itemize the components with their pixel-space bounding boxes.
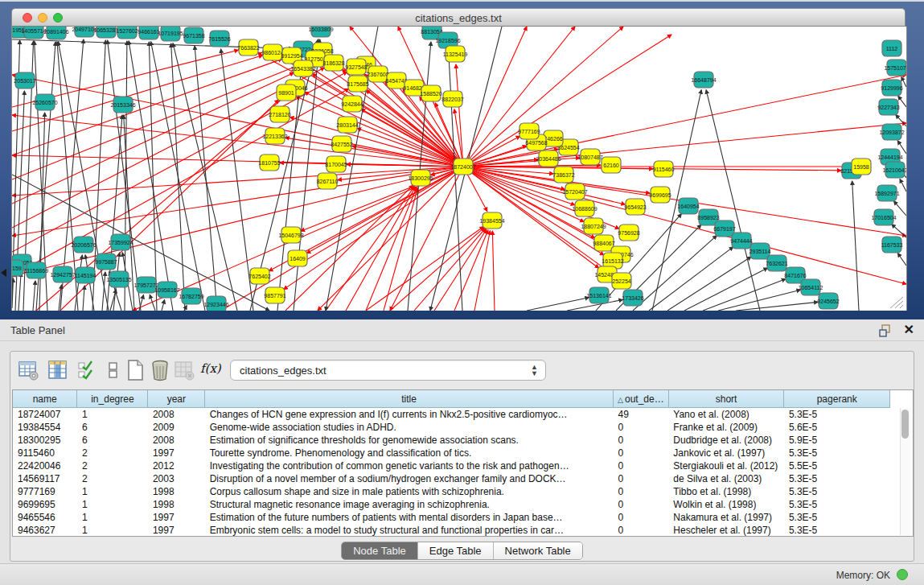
network-node-8170045[interactable]: 8170045 <box>325 156 347 172</box>
network-node-12923446[interactable]: 12923446 <box>203 296 228 311</box>
network-node-15892971[interactable]: 15892971 <box>874 185 899 201</box>
table-cell[interactable]: de Silva et al. (2003) <box>668 472 784 485</box>
network-node-17359924[interactable]: 17359924 <box>108 234 133 250</box>
citation-edge-red[interactable] <box>284 167 463 290</box>
citation-edge-black[interactable] <box>527 298 589 311</box>
table-row[interactable]: 969969511998Structural magnetic resonanc… <box>13 498 890 511</box>
citation-edge-black[interactable] <box>706 90 760 311</box>
table-cell[interactable]: Hescheler et al. (1997) <box>668 524 784 537</box>
table-row[interactable]: 1938455462009Genome-wide association stu… <box>13 421 890 434</box>
column-header-title[interactable]: title <box>205 390 614 408</box>
table-cell[interactable]: 1997 <box>148 447 205 459</box>
network-node-9245652[interactable]: 9245652 <box>817 293 839 309</box>
network-node-12213363[interactable]: 12213363 <box>262 128 287 144</box>
table-cell[interactable]: Nakamura et al. (1997) <box>668 511 784 524</box>
citation-network-graph[interactable]: 1951214055714208914062049710410653287152… <box>12 27 906 311</box>
network-node-62160[interactable]: 62160 <box>602 157 621 173</box>
citation-edge-red[interactable] <box>463 27 527 167</box>
network-window-titlebar[interactable]: citations_edges.txt <box>11 8 906 27</box>
citation-edge-black[interactable] <box>162 300 165 311</box>
citation-edge-black[interactable] <box>33 281 35 311</box>
table-cell[interactable]: 18724007 <box>13 408 77 422</box>
citation-edge-black[interactable] <box>649 247 733 311</box>
column-header-short[interactable]: short <box>668 390 784 408</box>
network-node-16648794[interactable]: 16648794 <box>691 72 716 88</box>
network-node-14055714[interactable]: 14055714 <box>21 27 46 39</box>
table-cell[interactable]: Tibbo et al. (1998) <box>668 485 784 498</box>
network-node-8267110[interactable]: 8267110 <box>317 173 339 189</box>
network-node-20153346[interactable]: 20153346 <box>110 97 135 113</box>
network-node-11156869[interactable]: 11156869 <box>24 262 48 278</box>
table-cell[interactable]: 9463627 <box>13 524 77 537</box>
network-node-9671358[interactable]: 9671358 <box>183 27 204 43</box>
network-node-16033809[interactable]: 16033809 <box>308 27 333 37</box>
citation-edge-red[interactable] <box>456 64 463 167</box>
network-node-10719195[interactable]: 10719195 <box>158 27 183 41</box>
table-cell[interactable]: 2009 <box>148 421 205 434</box>
network-node-9327548[interactable]: 9327548 <box>345 59 367 75</box>
network-node-2718120[interactable]: 2718120 <box>269 106 290 122</box>
network-node-9654923[interactable]: 9654923 <box>624 199 646 215</box>
table-cell[interactable]: 1 <box>77 511 148 524</box>
table-cell[interactable]: 22420046 <box>13 459 77 472</box>
network-node-10807487[interactable]: 10807487 <box>577 149 602 165</box>
citation-edge-red[interactable] <box>463 75 906 167</box>
network-node-9699695[interactable]: 9699695 <box>649 187 671 203</box>
table-header-row[interactable]: namein_degreeyeartitle△out_de…shortpager… <box>13 390 890 408</box>
network-node-16543382[interactable]: 16543382 <box>290 60 315 76</box>
table-cell[interactable]: 14569117 <box>13 472 77 485</box>
table-cell[interactable]: 1 <box>77 408 148 422</box>
function-icon[interactable]: f(x) <box>200 361 223 384</box>
network-node-9756928[interactable]: 9756928 <box>618 225 639 241</box>
table-cell[interactable]: 9777169 <box>13 485 77 498</box>
panel-collapse-arrow-icon[interactable] <box>1 269 6 277</box>
table-cell[interactable]: Structural magnetic resonance image aver… <box>205 498 614 511</box>
network-node-20206576[interactable]: 20206576 <box>71 237 96 253</box>
table-cell[interactable]: 1998 <box>148 498 205 511</box>
table-cell[interactable]: 6 <box>77 434 148 447</box>
table-cell[interactable]: 2008 <box>148 434 205 447</box>
table-cell[interactable]: Genome-wide association studies in ADHD. <box>205 421 614 434</box>
delete-trash-icon[interactable] <box>149 359 171 381</box>
citation-edge-black[interactable] <box>449 51 462 311</box>
network-node-15958[interactable]: 15958 <box>852 159 871 175</box>
table-cell[interactable]: Tourette syndrome. Phenomenology and cla… <box>205 447 614 459</box>
table-cell[interactable]: 1997 <box>148 524 205 537</box>
table-cell[interactable]: 1 <box>77 524 148 537</box>
network-node-15136141[interactable]: 15136141 <box>586 287 611 303</box>
table-cell[interactable]: 19384554 <box>13 421 77 434</box>
table-cell[interactable]: 6 <box>77 421 148 434</box>
table-cell[interactable]: 0 <box>614 447 669 459</box>
table-cell[interactable]: Stergiakouli et al. (2012) <box>668 459 784 472</box>
table-cell[interactable]: Embryonic stem cells: a model to study s… <box>205 524 614 537</box>
table-cell[interactable]: 2 <box>77 459 148 472</box>
table-cell[interactable]: 5.3E-5 <box>784 524 890 537</box>
network-node-1527602[interactable]: 1527602 <box>116 27 138 39</box>
table-cell[interactable]: 0 <box>614 511 669 524</box>
citation-edge-black[interactable] <box>892 225 906 237</box>
network-node-12942757[interactable]: 12942757 <box>50 266 75 282</box>
table-cell[interactable]: 5.3E-5 <box>784 447 890 459</box>
citation-edge-black[interactable] <box>900 179 906 192</box>
table-row[interactable]: 1456911722003Disruption of a novel membe… <box>13 472 890 485</box>
table-cell[interactable]: 0 <box>614 472 669 485</box>
table-cell[interactable]: 1998 <box>148 485 205 498</box>
table-cell[interactable]: 1 <box>77 485 148 498</box>
citation-edge-red[interactable] <box>296 97 463 167</box>
column-header-pagerank[interactable]: pagerank <box>784 390 890 408</box>
network-node-9857791[interactable]: 9857791 <box>264 287 285 303</box>
network-canvas[interactable]: 1951214055714208914062049710410653287152… <box>11 27 907 311</box>
network-node-8175685[interactable]: 8175685 <box>347 76 368 92</box>
citation-edge-black[interactable] <box>893 201 906 216</box>
network-node-7663822[interactable]: 7663822 <box>237 39 259 56</box>
table-row[interactable]: 2242004622012Investigating the contribut… <box>13 459 890 472</box>
network-node-13505135[interactable]: 13505135 <box>106 271 131 287</box>
column-header-outde[interactable]: △out_de… <box>614 390 669 408</box>
table-cell[interactable]: Investigating the contribution of common… <box>205 459 614 472</box>
table-cell[interactable]: 9699695 <box>13 498 77 511</box>
citation-edge-black[interactable] <box>221 49 253 311</box>
network-node-7615526[interactable]: 7615526 <box>208 31 230 47</box>
table-cell[interactable]: 2012 <box>148 459 205 472</box>
citation-edge-red[interactable] <box>346 187 416 311</box>
network-node-7632621[interactable]: 7632621 <box>766 255 787 271</box>
